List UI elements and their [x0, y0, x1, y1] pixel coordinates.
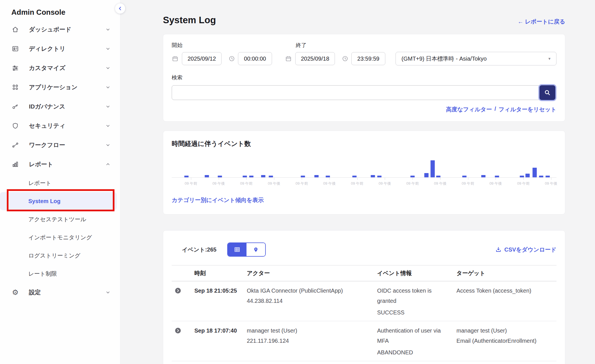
sidebar-collapse-button[interactable] — [115, 3, 125, 14]
map-view-button[interactable] — [246, 243, 265, 256]
sidebar-item-customizations[interactable]: カスタマイズ — [0, 58, 120, 78]
axis-tick-label: 09 午前 — [240, 181, 252, 186]
event-actor: Okta IGA Connector (PublicClientApp) 44.… — [247, 286, 377, 306]
expand-row-button[interactable] — [175, 287, 181, 294]
sidebar-item-directory[interactable]: ディレクトリ — [0, 39, 120, 58]
gear-icon: ⚙ — [11, 288, 19, 296]
start-date-input[interactable] — [182, 52, 222, 65]
sidebar-subitem-label: インポートモニタリング — [28, 234, 92, 241]
axis-tick-label: 09 午後 — [323, 181, 336, 186]
axis-tick-label: 09 午後 — [434, 181, 447, 186]
sidebar-subitem-rate-limits[interactable]: レート制限 — [0, 265, 120, 283]
select-caret-icon: ▾ — [548, 56, 551, 61]
chevron-down-icon — [105, 46, 110, 51]
chart-bar — [352, 176, 357, 177]
workflow-icon — [11, 141, 19, 149]
sidebar-item-applications[interactable]: アプリケーション — [0, 78, 120, 97]
axis-tick — [523, 178, 524, 180]
advanced-filters-link[interactable]: 高度なフィルター — [446, 106, 492, 113]
download-csv-link[interactable]: CSVをダウンロード — [495, 246, 556, 254]
filters-card: 開始 終了 — [163, 34, 565, 122]
event-message: OIDC access token is granted — [377, 286, 449, 306]
calendar-icon — [172, 55, 178, 62]
sidebar-subitem-label: アクセステストツール — [28, 216, 86, 223]
axis-tick-label: 09 午後 — [212, 181, 225, 186]
chart-bar — [184, 176, 188, 177]
axis-tick — [551, 178, 551, 180]
axis-tick-label: 09 午前 — [185, 181, 197, 186]
sidebar-item-security[interactable]: セキュリティ — [0, 116, 120, 135]
clock-icon — [228, 55, 235, 62]
axis-tick — [496, 178, 496, 180]
sidebar-item-dashboard[interactable]: ダッシュボード — [0, 20, 120, 39]
reset-filters-link[interactable]: フィルターをリセット — [499, 106, 556, 113]
chart-bar — [243, 176, 247, 177]
search-input[interactable] — [172, 85, 541, 100]
sidebar: Admin Console ダッシュボード ディレクトリ — [0, 0, 120, 364]
column-header-target: ターゲット — [456, 269, 556, 277]
view-toggle — [227, 242, 266, 257]
sidebar-item-workflow[interactable]: ワークフロー — [0, 135, 120, 155]
end-time-input[interactable] — [351, 52, 385, 65]
chart-bar — [269, 176, 273, 177]
table-grid-icon — [234, 246, 241, 253]
end-date-input[interactable] — [295, 52, 335, 65]
sidebar-item-settings[interactable]: ⚙ 設定 — [0, 283, 120, 302]
sidebar-item-label: ダッシュボード — [29, 25, 71, 33]
search-row — [172, 84, 556, 101]
chevron-left-icon — [117, 6, 123, 11]
event-status: SUCCESS — [377, 307, 449, 318]
table-view-button[interactable] — [228, 243, 246, 256]
chart-bar — [249, 176, 254, 177]
chart-bar — [436, 176, 441, 177]
axis-tick — [330, 178, 330, 180]
timezone-select[interactable]: (GMT+9) 日本標準時 - Asia/Tokyo ▾ — [396, 52, 556, 65]
expand-row-button[interactable] — [175, 327, 181, 334]
target-line: Access Token (access_token) — [456, 286, 556, 296]
chart-bar — [411, 176, 415, 177]
sidebar-item-label: ディレクトリ — [29, 45, 65, 53]
chart-bar — [326, 176, 330, 177]
show-trends-by-category-link[interactable]: カテゴリー別にイベント傾向を表示 — [172, 196, 264, 204]
sidebar-item-reports[interactable]: レポート — [0, 155, 120, 174]
sidebar-item-label: IDガバナンス — [29, 103, 65, 110]
axis-tick — [302, 178, 302, 180]
sidebar-item-label: ワークフロー — [29, 141, 65, 149]
event-status: ABANDONED — [377, 347, 449, 357]
chart-bar — [371, 175, 375, 177]
axis-tick-label: 09 午前 — [406, 181, 419, 186]
sidebar-item-label: アプリケーション — [29, 83, 77, 91]
chevron-down-icon — [105, 65, 110, 71]
sidebar-subitem-log-streaming[interactable]: ログストリーミング — [0, 246, 120, 265]
axis-tick — [246, 178, 246, 180]
chart-bar — [377, 176, 382, 177]
target-line: manager test (User) — [456, 325, 556, 336]
sidebar-subitem-import-monitoring[interactable]: インポートモニタリング — [0, 228, 120, 246]
event-info: Authentication of user via MFA ABANDONED — [377, 325, 456, 357]
chart-bar — [205, 175, 209, 177]
filter-links: 高度なフィルター / フィルターをリセット — [172, 106, 556, 113]
axis-tick-label: 09 午後 — [268, 181, 280, 186]
actor-name: Okta IGA Connector (PublicClientApp) — [247, 286, 366, 296]
search-button[interactable] — [538, 84, 556, 101]
axis-tick — [440, 178, 441, 180]
sidebar-item-identity-governance[interactable]: IDガバナンス — [0, 97, 120, 116]
table-row[interactable]: Sep 18 17:07:40 manager test (User) 221.… — [172, 321, 556, 361]
sidebar-subitem-access-testing-tool[interactable]: アクセステストツール — [0, 210, 120, 228]
shield-icon — [11, 122, 19, 130]
sidebar-subitem-reports[interactable]: レポート — [0, 174, 120, 192]
sidebar-subitem-label: レート制限 — [28, 270, 57, 278]
back-to-reports-link[interactable]: ← レポートに戻る — [518, 18, 565, 25]
sidebar-item-label: セキュリティ — [29, 122, 65, 130]
key-icon — [11, 103, 19, 110]
axis-tick — [219, 178, 219, 180]
actor-ip: 221.117.196.124 — [247, 336, 366, 346]
table-row[interactable]: Sep 18 21:05:25 Okta IGA Connector (Publ… — [172, 281, 556, 321]
chevron-down-icon — [105, 123, 110, 128]
sidebar-item-label: カスタマイズ — [29, 64, 65, 72]
chart-bar — [539, 176, 543, 177]
axis-tick — [357, 178, 358, 180]
axis-tick-label: 09 午前 — [296, 181, 308, 186]
sidebar-subitem-system-log[interactable]: System Log — [0, 192, 117, 210]
start-time-input[interactable] — [238, 52, 272, 65]
